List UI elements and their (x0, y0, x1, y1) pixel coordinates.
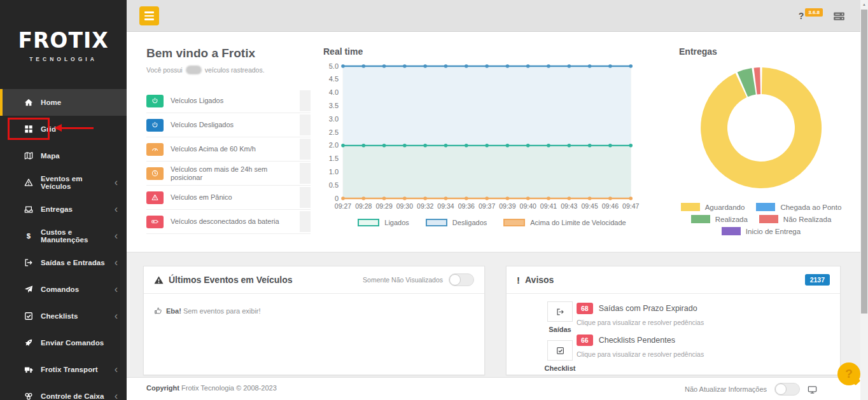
status-row-veiculos-acima-de-60-km-h[interactable]: Veículos Acima de 60 Km/h (146, 137, 311, 162)
legend-label: Inicio de Entrega (746, 228, 801, 235)
topbar: ? 3.6.8 (127, 0, 860, 32)
map-icon (24, 151, 33, 160)
logo-subtitle: TECNOLOGIA (0, 56, 127, 62)
last-events-title: Últimos Eventos em Veículos (169, 275, 293, 285)
thumbs-up-icon (154, 307, 162, 315)
signout-icon (556, 308, 564, 316)
svg-text:2.5: 2.5 (329, 128, 339, 136)
no-refresh-toggle[interactable] (774, 383, 800, 396)
status-label: Veículos desconectados da bateria (171, 217, 300, 226)
monitor-icon[interactable] (808, 385, 817, 394)
redacted-count (300, 114, 311, 135)
sidebar-item-checklists[interactable]: Checklists‹ (0, 303, 127, 329)
thumbs-up-icon (154, 307, 162, 315)
sidebar-item-label: Entregas (41, 205, 115, 213)
legend-item-realizada[interactable]: Realizada (691, 215, 748, 223)
svg-text:0: 0 (335, 195, 339, 202)
avisos-panel: ! Avisos 2137 SaídasChecklist 68Saídas c… (506, 266, 841, 375)
svg-text:4.5: 4.5 (329, 75, 339, 83)
svg-text:09:36: 09:36 (458, 202, 475, 210)
help-fab-button[interactable]: ? (837, 362, 860, 385)
status-row-veiculos-desconectados-da-bateria[interactable]: Veículos desconectados da bateria (146, 210, 311, 234)
warning-icon (154, 275, 164, 285)
legend-item-ligados[interactable]: Ligados (358, 219, 409, 226)
legend-item-acima-do-limite-de-velocidade[interactable]: Acima do Limite de Velocidade (503, 219, 626, 226)
entregas-chart: Entregas AguardandoChegada ao PontoReali… (676, 46, 846, 235)
monitor-icon (808, 385, 817, 394)
server-icon[interactable] (833, 10, 845, 22)
sidebar-item-eventos-em-veiculos[interactable]: Eventos em Veículos‹ (0, 169, 127, 196)
hamburger-menu-button[interactable] (139, 6, 159, 25)
realtime-chart-title: Real time (320, 46, 664, 57)
version-badge: 3.6.8 (805, 8, 823, 17)
aviso-item-checklists-pendentes[interactable]: 66Checklists PendentesClique para visual… (577, 334, 827, 358)
legend-item-inicio-de-entrega[interactable]: Inicio de Entrega (722, 227, 801, 235)
sidebar-item-label: Checklists (41, 312, 115, 320)
aviso-item-saidas-com-prazo-expirado[interactable]: 68Saídas com Prazo ExpiradoClique para v… (577, 303, 827, 326)
sidebar-item-custos-e-manutencoes[interactable]: $Custos e Manutenções‹ (0, 223, 127, 249)
status-row-veiculos-ligados[interactable]: Veículos Ligados (146, 89, 311, 113)
chevron-left-icon: ‹ (115, 258, 118, 267)
svg-text:09:32: 09:32 (417, 202, 433, 210)
sidebar-item-label: Grid (41, 125, 118, 133)
legend-label: Acima do Limite de Velocidade (530, 219, 626, 226)
paper-plane-icon (24, 285, 33, 294)
sidebar-item-saidas-e-entradas[interactable]: Saídas e Entradas‹ (0, 249, 127, 276)
chevron-left-icon: ‹ (115, 312, 118, 321)
avisos-tab-checklist[interactable] (547, 340, 573, 361)
sidebar-item-controle-de-caixa[interactable]: Controle de Caixa‹ (0, 383, 127, 400)
legend-item-desligados[interactable]: Desligados (426, 219, 487, 226)
legend-label: Não Realizada (783, 216, 831, 223)
status-row-veiculos-desligados[interactable]: Veículos Desligados (146, 113, 311, 137)
dollar-icon: $ (24, 231, 33, 240)
legend-label: Chegada ao Ponto (780, 203, 841, 211)
help-icon[interactable]: ? (799, 11, 804, 21)
legend-label: Desligados (452, 219, 487, 226)
sidebar-item-frotix-transport[interactable]: Frotix Transport‹ (0, 356, 127, 383)
avisos-count-badge: 2137 (805, 274, 830, 286)
svg-text:09:28: 09:28 (355, 202, 372, 210)
legend-item-chegada-ao-ponto[interactable]: Chegada ao Ponto (756, 203, 841, 211)
last-events-panel: Últimos Eventos em Veículos Somente Não … (143, 266, 485, 375)
status-label: Veículos Ligados (171, 97, 300, 105)
sidebar-item-label: Custos e Manutenções (41, 228, 115, 244)
no-refresh-label: Não Atualizar Informações (685, 385, 767, 393)
speedometer-icon (151, 146, 158, 153)
avisos-tab-label: Saídas (549, 326, 571, 333)
truck-icon (24, 365, 33, 374)
chevron-left-icon: ‹ (115, 231, 118, 240)
status-label: Veículos em Pânico (171, 193, 300, 202)
entregas-donut-svg (676, 57, 846, 199)
status-row-veiculos-em-panico[interactable]: Veículos em Pânico (146, 186, 311, 210)
sidebar-item-enviar-comandos[interactable]: Enviar Comandos (0, 329, 127, 356)
power-icon (151, 97, 158, 104)
page-scrollbar[interactable]: ▲ (860, 0, 868, 400)
scrollbar-thumb[interactable] (861, 10, 867, 314)
sidebar-item-comandos[interactable]: Comandos‹ (0, 276, 127, 303)
chevron-left-icon: ‹ (115, 365, 118, 374)
only-unviewed-label: Somente Não Visualizados (363, 276, 443, 284)
chevron-left-icon: ‹ (115, 205, 118, 214)
avisos-title: Avisos (525, 275, 554, 285)
avisos-list: 68Saídas com Prazo ExpiradoClique para v… (577, 303, 827, 366)
sidebar-item-home[interactable]: Home (0, 89, 127, 116)
avisos-tab-saidas[interactable] (547, 301, 573, 322)
svg-text:09:45: 09:45 (581, 202, 598, 210)
svg-text:09:41: 09:41 (540, 202, 557, 210)
power-icon (151, 121, 158, 128)
legend-label: Aguardando (705, 203, 745, 211)
scrollbar-up-arrow[interactable]: ▲ (860, 0, 868, 9)
legend-item-aguardando[interactable]: Aguardando (681, 203, 745, 211)
welcome-title: Bem vindo a Frotix (146, 46, 255, 60)
sidebar-item-entregas[interactable]: Entregas‹ (0, 196, 127, 223)
svg-text:09:46: 09:46 (602, 202, 619, 210)
annotation-highlight-box (8, 118, 50, 140)
warning-icon (151, 194, 158, 201)
svg-text:09:37: 09:37 (479, 202, 495, 210)
status-row-veiculos-com-mais-de-24h-sem-posicionar[interactable]: Veículos com mais de 24h sem posicionar (146, 162, 311, 186)
copyright-text: Copyright Frotix Tecnologia © 2008-2023 (146, 384, 277, 392)
welcome-subtitle-prefix: Você possui (146, 66, 183, 74)
only-unviewed-toggle[interactable] (449, 273, 474, 286)
sidebar-item-mapa[interactable]: Mapa (0, 142, 127, 169)
legend-item-nao-realizada[interactable]: Não Realizada (759, 215, 831, 223)
